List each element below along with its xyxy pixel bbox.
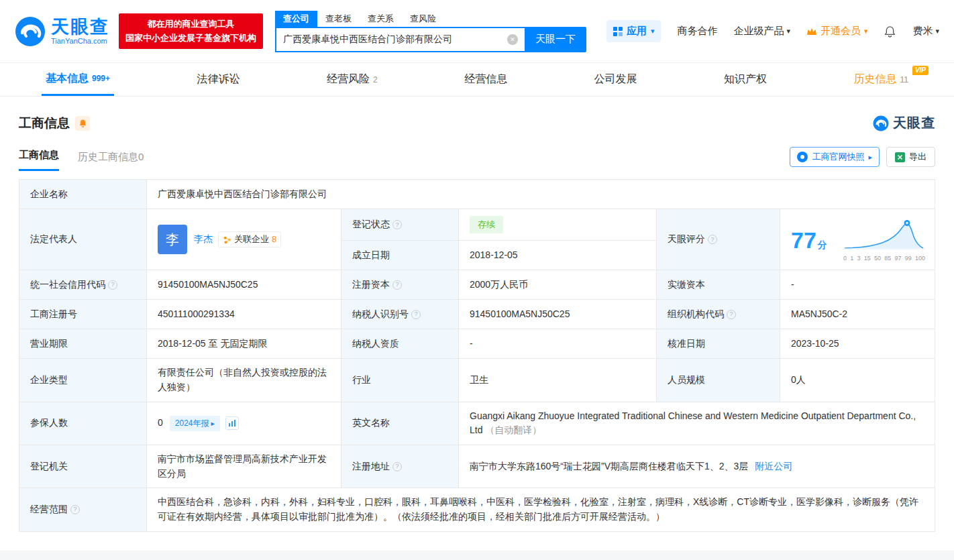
help-icon[interactable]: ? (392, 462, 402, 471)
label-industry: 行业 (341, 359, 459, 402)
promo-banner[interactable]: 都在用的商业查询工具 国家中小企业发展子基金旗下机构 (119, 13, 263, 48)
label-business-scope: 经营范围 ? (19, 488, 147, 530)
field-label: 行业 (352, 373, 371, 388)
nearby-companies-link[interactable]: 附近公司 (755, 461, 792, 471)
auto-translate-note: （自动翻译） (485, 425, 541, 435)
value-registration-status: 存续 (459, 209, 657, 241)
annual-report-badge[interactable]: 2024年报 ▸ (170, 416, 220, 431)
business-cooperation-link[interactable]: 商务合作 (677, 25, 717, 38)
nav-tab-basic-info[interactable]: 基本信息 999+ (42, 63, 114, 96)
subtab-business-info[interactable]: 工商信息 (19, 149, 59, 171)
field-label: 实缴资本 (668, 278, 705, 292)
help-icon[interactable]: ? (70, 505, 80, 514)
enterprise-products-menu[interactable]: 企业级产品 ▾ (733, 25, 790, 38)
table-row: 工商注册号 450111000291334 纳税人识别号 ? 91450100M… (19, 300, 935, 329)
subtab-history-business-info[interactable]: 历史工商信息0 (78, 151, 144, 171)
table-row: 经营范围 ? 中西医结合科，急诊科，内科，外科，妇科专业，口腔科，眼科，耳鼻咽喉… (19, 488, 935, 530)
value-taxpayer-quality: - (459, 329, 657, 359)
arrow-right-icon: ▸ (211, 418, 215, 429)
company-nav: 基本信息 999+ 法律诉讼 经营风险 2 经营信息 公司发展 知识产权 历史信… (0, 63, 954, 97)
legal-rep-name-link[interactable]: 李杰 (194, 232, 213, 247)
brand-name: 天眼查 (51, 17, 109, 36)
nav-tab-label: 经营信息 (464, 72, 507, 87)
search-tab-company[interactable]: 查公司 (275, 11, 317, 27)
label-registration-authority: 登记机关 (19, 445, 147, 488)
field-value: 卫生 (470, 373, 488, 388)
value-legal-representative: 李 李杰 关联企业 8 (147, 209, 341, 270)
nav-tab-badge: 11 (900, 75, 908, 85)
help-icon[interactable]: ? (108, 280, 117, 290)
subtab-row: 工商信息 历史工商信息0 工商官网快照 ▸ 导出 (0, 132, 954, 171)
section-header: 工商信息 天眼查 (0, 97, 954, 132)
related-companies-badge[interactable]: 关联企业 8 (218, 231, 281, 247)
field-label: 成立日期 (352, 248, 390, 263)
notification-bell-icon[interactable] (884, 25, 896, 38)
username: 费米 (912, 25, 933, 38)
search-area: 查公司 查老板 查关系 查风险 ✕ 天眼一下 (275, 11, 586, 52)
field-value: 0 (158, 416, 163, 431)
excel-icon (895, 152, 905, 162)
search-tab-relation[interactable]: 查关系 (360, 11, 402, 27)
field-value: 450111000291334 (158, 307, 235, 322)
value-establish-date: 2018-12-05 (459, 241, 657, 270)
value-company-name: 广西爱康卓悦中西医结合门诊部有限公司 (147, 180, 935, 209)
score-value: 77 (791, 223, 816, 258)
open-vip-menu[interactable]: 开通会员 ▾ (806, 25, 868, 38)
table-row: 法定代表人 李 李杰 关联企业 8 登记状态 ? (19, 209, 935, 270)
label-registration-number: 工商注册号 (19, 300, 147, 329)
field-label: 纳税人识别号 (352, 307, 409, 322)
help-icon[interactable]: ? (411, 310, 421, 319)
label-approval-date: 核准日期 (657, 329, 780, 359)
nav-tab-legal[interactable]: 法律诉讼 (193, 63, 244, 96)
field-value: 2018-12-05 (470, 248, 518, 263)
field-label: 天眼评分 (668, 232, 705, 247)
nav-tab-label: 公司发展 (594, 72, 637, 87)
annual-report-trend-icon[interactable] (225, 416, 239, 430)
score-unit: 分 (818, 238, 827, 253)
official-snapshot-button[interactable]: 工商官网快照 ▸ (790, 147, 880, 167)
value-business-scope: 中西医结合科，急诊科，内科，外科，妇科专业，口腔科，眼科，耳鼻咽喉科，中医科，医… (147, 488, 935, 530)
related-companies-icon (223, 235, 231, 244)
label-legal-representative: 法定代表人 (19, 209, 147, 270)
nav-tab-history[interactable]: 历史信息 11 VIP (850, 63, 912, 96)
tianyancha-logo[interactable]: 天眼查 TianYanCha.com (15, 16, 109, 47)
nav-tab-operation[interactable]: 经营信息 (460, 63, 511, 96)
status-badge: 存续 (470, 216, 503, 233)
help-icon[interactable]: ? (392, 220, 402, 229)
nav-tab-risk[interactable]: 经营风险 2 (323, 63, 382, 96)
annual-report-label: 2024年报 (175, 417, 209, 430)
user-menu[interactable]: 费米 ▾ (912, 25, 939, 38)
legal-rep-avatar[interactable]: 李 (158, 225, 187, 254)
value-industry: 卫生 (459, 359, 657, 402)
field-value: 91450100MA5NJ50C25 (470, 307, 570, 322)
help-icon[interactable]: ? (392, 280, 402, 290)
label-establish-date: 成立日期 (341, 241, 459, 270)
label-tianyan-score: 天眼评分 ? (657, 209, 780, 270)
search-button[interactable]: 天眼一下 (525, 27, 586, 52)
search-tab-risk[interactable]: 查风险 (402, 11, 444, 27)
promo-line1: 都在用的商业查询工具 (125, 17, 256, 31)
tianyancha-watermark-icon (873, 115, 889, 131)
field-label: 营业期限 (30, 337, 68, 351)
score-number: 77 分 (791, 223, 827, 258)
help-icon[interactable]: ? (727, 310, 736, 319)
nav-tab-ip[interactable]: 知识产权 (720, 63, 771, 96)
table-row: 统一社会信用代码 ? 91450100MA5NJ50C25 注册资本 ? 200… (19, 270, 935, 300)
clear-search-icon[interactable]: ✕ (507, 34, 518, 45)
label-company-type: 企业类型 (19, 359, 147, 402)
export-button[interactable]: 导出 (886, 147, 935, 167)
value-insured-count: 0 2024年报 ▸ (147, 402, 341, 445)
apps-menu[interactable]: 应用 ▾ (606, 20, 661, 42)
field-label: 法定代表人 (30, 232, 77, 247)
search-tab-boss[interactable]: 查老板 (317, 11, 360, 27)
subscribe-bell-icon[interactable] (75, 116, 90, 131)
field-value: MA5NJ50C-2 (791, 307, 847, 322)
apps-label: 应用 (627, 25, 647, 38)
related-companies-count: 8 (272, 233, 276, 246)
field-value: - (791, 278, 794, 292)
nav-tab-development[interactable]: 公司发展 (590, 63, 641, 96)
search-input[interactable] (275, 27, 525, 52)
help-icon[interactable]: ? (708, 235, 717, 244)
crown-icon (806, 27, 817, 36)
label-credit-code: 统一社会信用代码 ? (19, 270, 147, 300)
